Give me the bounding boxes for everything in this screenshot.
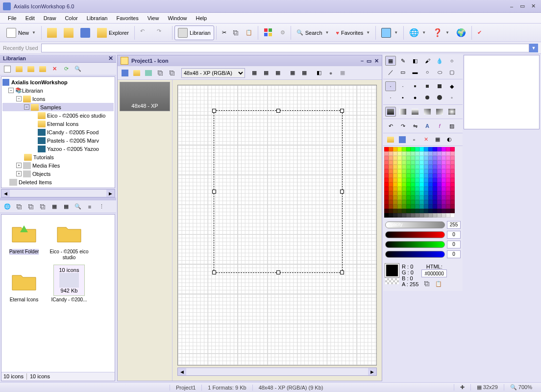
doc-saveas[interactable] [131, 68, 142, 78]
lib-refresh-button[interactable]: ⟳ [61, 64, 72, 74]
fill-tool[interactable]: ○ [446, 56, 457, 66]
grad-h[interactable] [397, 107, 408, 117]
thumb-view1[interactable]: 🌐 [2, 201, 13, 212]
eraser-tool[interactable]: ◧ [410, 56, 420, 66]
settings-button[interactable]: ⚙ [277, 25, 289, 40]
blue-slider[interactable]: 0 [385, 250, 461, 259]
doc-addformat[interactable]: ▦ [249, 68, 260, 78]
grad-solid[interactable] [385, 107, 396, 117]
pal-save[interactable] [397, 134, 408, 145]
sel-handle-e[interactable] [340, 190, 344, 194]
brush-circle3[interactable] [434, 93, 445, 102]
librarian-close-button[interactable]: ✕ [108, 55, 113, 62]
pal-new[interactable]: ▫ [409, 134, 419, 145]
brush-4px[interactable] [422, 81, 433, 91]
search-button[interactable]: 🔍Search▼ [293, 25, 333, 40]
grad-d1[interactable] [422, 107, 433, 117]
html-color-input[interactable] [421, 270, 447, 277]
lib-search-button[interactable]: 🔍 [73, 64, 83, 74]
tree-media[interactable]: +Media Files [2, 161, 114, 170]
format-combo[interactable]: 48x48 - XP (RGB/A) [181, 68, 245, 78]
menu-draw[interactable]: Draw [40, 14, 60, 22]
sel-handle-se[interactable] [340, 270, 344, 274]
open-recent-button[interactable] [60, 25, 77, 40]
undo-button[interactable]: ↶ [137, 25, 153, 40]
picker-tool[interactable]: 💧 [434, 56, 445, 66]
menu-window[interactable]: Window [164, 14, 191, 22]
effects[interactable]: f [434, 121, 445, 131]
recently-used-combo[interactable] [41, 44, 529, 52]
thumb-copy[interactable]: ⿻ [14, 201, 25, 212]
cut-button[interactable]: ✂ [219, 25, 230, 40]
sel-handle-sw[interactable] [212, 270, 216, 274]
thumb-parent[interactable]: Parent Folder [3, 217, 45, 261]
lib-delete-button[interactable]: ✕ [49, 64, 60, 74]
filledrect-tool[interactable]: ▬ [410, 67, 420, 77]
explorer-button[interactable]: Explorer [94, 25, 132, 40]
tree-tutorials[interactable]: Tutorials [2, 153, 114, 161]
pal-open[interactable] [385, 134, 396, 145]
thumb-list[interactable]: ≡ [84, 201, 95, 212]
canvas-hscroll[interactable]: ◀▶ [177, 368, 377, 376]
filter[interactable]: ▨ [446, 121, 457, 131]
menu-librarian[interactable]: Librarian [83, 14, 112, 22]
copy-button[interactable]: ⿻ [230, 25, 242, 40]
doc-grid1[interactable]: ▦ [287, 68, 298, 78]
tree-icons[interactable]: −Icons [2, 95, 114, 103]
pal-del[interactable]: ✕ [420, 134, 431, 145]
thumbs-area[interactable]: Parent Folder Eico - ©2005 eico studio E… [1, 214, 115, 381]
lib-export-button[interactable] [37, 64, 48, 74]
minimize-button[interactable]: – [507, 2, 516, 11]
open-button[interactable] [44, 25, 60, 40]
recently-used-dropdown[interactable]: ▼ [529, 44, 538, 52]
text-tool[interactable]: A [422, 121, 433, 131]
red-slider[interactable]: 0 [385, 230, 461, 239]
close-button[interactable]: ✕ [528, 2, 538, 11]
brush-tool[interactable]: 🖌 [422, 56, 433, 66]
tree-item[interactable]: Eternal Icons [2, 120, 114, 128]
doc-layer1[interactable]: ◧ [314, 68, 324, 78]
green-slider[interactable]: 0 [385, 240, 461, 249]
help-button[interactable]: ❓▼ [429, 25, 453, 40]
lib-newfolder-button[interactable] [14, 64, 25, 74]
windows-button[interactable] [260, 25, 277, 40]
pixel-canvas[interactable] [177, 85, 377, 366]
line-tool[interactable]: ／ [385, 67, 396, 77]
librarian-button[interactable]: Librarian [174, 25, 214, 40]
redo-button[interactable]: ↷ [153, 25, 170, 40]
thumb-del[interactable]: ⿻ [37, 201, 48, 212]
doc-layer3[interactable]: ▦ [337, 68, 348, 78]
flip-h[interactable]: ⇋ [410, 121, 420, 131]
thumb-eico[interactable]: Eico - ©2005 eico studio [49, 217, 90, 261]
select-tool[interactable]: ▦ [385, 56, 396, 66]
lib-new-button[interactable] [2, 64, 13, 74]
color-palette[interactable] [383, 146, 463, 219]
doc-paste[interactable]: ⿻ [167, 68, 177, 78]
menu-edit[interactable]: Edit [22, 14, 39, 22]
tree-root[interactable]: Axialis IconWorkshop [2, 78, 114, 86]
doc-export[interactable] [143, 68, 154, 78]
sel-handle-nw[interactable] [212, 109, 216, 113]
brush-5px[interactable] [434, 81, 445, 91]
thumb-grid2[interactable]: ▦ [61, 201, 72, 212]
tree-samples[interactable]: −Samples [2, 103, 114, 111]
display-button[interactable]: ▼ [378, 25, 401, 40]
pal-opt2[interactable]: ◐ [444, 134, 455, 145]
grad-rad[interactable] [446, 107, 457, 117]
brush-circle2[interactable] [422, 93, 433, 102]
tree-item[interactable]: Pastels - ©2005 Marv [2, 136, 114, 145]
thumb-grid1[interactable]: ▦ [49, 201, 60, 212]
menu-file[interactable]: File [4, 14, 21, 22]
sel-handle-s[interactable] [276, 270, 280, 274]
tree-item[interactable]: Eico - ©2005 eico studio [2, 111, 114, 120]
doc-delformat[interactable]: ▦ [261, 68, 271, 78]
new-button[interactable]: New▼ [3, 25, 39, 40]
brush-circle1[interactable]: ● [410, 93, 420, 102]
sel-handle-n[interactable] [276, 109, 280, 113]
brush-1px[interactable]: · [385, 81, 396, 91]
menu-view[interactable]: View [144, 14, 163, 22]
tree-deleted[interactable]: Deleted Items [2, 178, 114, 186]
doc-save[interactable] [120, 68, 130, 78]
rotate-right[interactable]: ↷ [397, 121, 408, 131]
brush-dot1[interactable]: · [385, 93, 396, 102]
